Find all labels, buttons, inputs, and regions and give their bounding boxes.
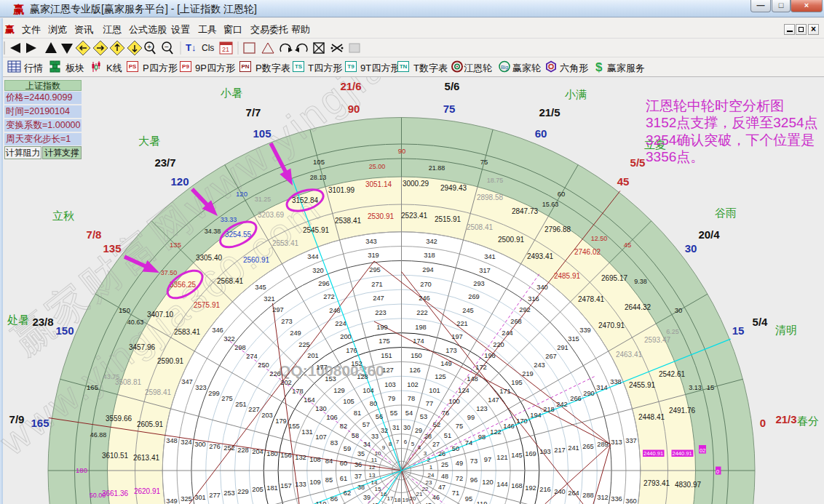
- svg-text:106: 106: [326, 414, 338, 421]
- svg-text:156: 156: [280, 452, 292, 459]
- svg-text:342: 342: [426, 238, 437, 245]
- svg-text:325: 325: [181, 495, 192, 503]
- svg-text:2478.41: 2478.41: [578, 295, 605, 303]
- svg-text:60: 60: [535, 127, 547, 140]
- svg-text:3000.29: 3000.29: [403, 180, 429, 188]
- svg-text:297: 297: [272, 306, 284, 313]
- svg-text:2545.91: 2545.91: [303, 226, 330, 234]
- svg-text:25: 25: [441, 461, 448, 468]
- svg-text:269: 269: [468, 293, 480, 300]
- svg-text:79: 79: [388, 395, 395, 402]
- svg-text:14: 14: [371, 479, 378, 486]
- svg-text:48: 48: [441, 473, 448, 480]
- svg-text:37.50: 37.50: [161, 269, 178, 276]
- svg-text:227: 227: [248, 406, 260, 413]
- svg-text:3559.66: 3559.66: [106, 415, 132, 423]
- svg-text:2440.91: 2440.91: [673, 450, 692, 457]
- svg-text:2530.91: 2530.91: [368, 212, 395, 220]
- svg-text:252: 252: [223, 444, 235, 452]
- svg-text:5: 5: [411, 441, 415, 447]
- svg-text:226: 226: [269, 370, 281, 377]
- svg-text:17: 17: [387, 495, 394, 502]
- svg-text:99: 99: [467, 414, 475, 421]
- svg-text:135: 135: [103, 242, 121, 255]
- svg-text:47: 47: [438, 484, 445, 491]
- svg-text:104: 104: [363, 387, 374, 394]
- svg-text:225: 225: [298, 341, 310, 348]
- svg-text:264: 264: [568, 489, 579, 497]
- svg-text:2598.41: 2598.41: [145, 388, 172, 396]
- svg-text:176: 176: [346, 347, 357, 354]
- svg-text:130: 130: [315, 405, 327, 412]
- svg-text:小暑: 小暑: [220, 87, 242, 99]
- svg-text:299: 299: [208, 390, 220, 397]
- svg-text:7/7: 7/7: [246, 106, 261, 119]
- svg-text:152: 152: [351, 360, 363, 367]
- svg-text:86: 86: [330, 495, 338, 503]
- svg-text:251: 251: [235, 401, 247, 408]
- svg-text:2493.41: 2493.41: [527, 252, 554, 260]
- svg-text:$: $: [595, 60, 603, 74]
- svg-text:清明: 清明: [775, 324, 797, 336]
- svg-text:144: 144: [496, 481, 508, 488]
- svg-text:59: 59: [344, 445, 351, 452]
- svg-text:203: 203: [261, 412, 273, 419]
- svg-text:34: 34: [363, 441, 371, 448]
- svg-text:249: 249: [290, 329, 301, 337]
- svg-text:196: 196: [484, 352, 496, 359]
- svg-text:81: 81: [354, 409, 361, 417]
- svg-text:120: 120: [482, 479, 494, 486]
- svg-text:2500.91: 2500.91: [498, 236, 525, 244]
- svg-text:337: 337: [625, 437, 637, 444]
- svg-text:135: 135: [170, 241, 181, 249]
- svg-text:21.88: 21.88: [429, 164, 445, 172]
- svg-text:78: 78: [408, 395, 415, 402]
- svg-text:15: 15: [707, 383, 715, 391]
- svg-text:2560.91: 2560.91: [243, 256, 270, 264]
- svg-text:250: 250: [258, 361, 269, 369]
- svg-text:132: 132: [295, 454, 306, 461]
- svg-text:76: 76: [442, 409, 449, 417]
- svg-text:18.75: 18.75: [487, 177, 504, 184]
- svg-text:317: 317: [479, 267, 491, 274]
- svg-text:220: 220: [493, 341, 504, 348]
- svg-text:338: 338: [610, 378, 622, 385]
- svg-text:30: 30: [685, 242, 697, 255]
- svg-text:150: 150: [411, 352, 422, 359]
- svg-text:145: 145: [511, 452, 523, 459]
- svg-text:2593.47: 2593.47: [644, 336, 671, 344]
- svg-text:26: 26: [438, 450, 445, 457]
- svg-text:51: 51: [444, 432, 451, 439]
- svg-text:9.38: 9.38: [634, 278, 647, 285]
- svg-text:2644.32: 2644.32: [625, 303, 651, 311]
- svg-text:Cls: Cls: [202, 43, 214, 53]
- svg-text:319: 319: [368, 252, 379, 259]
- svg-text:294: 294: [422, 266, 434, 273]
- svg-text:318: 318: [424, 252, 435, 259]
- svg-text:11: 11: [371, 457, 378, 463]
- svg-text:2491.76: 2491.76: [669, 407, 696, 415]
- svg-text:295: 295: [369, 266, 381, 273]
- svg-text:101: 101: [429, 387, 440, 394]
- svg-text:46.88: 46.88: [90, 431, 107, 439]
- svg-text:180: 180: [266, 450, 278, 457]
- svg-text:谷雨: 谷雨: [715, 207, 737, 219]
- svg-text:2542.61: 2542.61: [659, 370, 686, 378]
- svg-text:265: 265: [582, 443, 594, 450]
- svg-text:45: 45: [617, 175, 630, 188]
- svg-text:2538.41: 2538.41: [335, 217, 362, 225]
- svg-text:173: 173: [445, 347, 457, 354]
- svg-text:7/8: 7/8: [87, 228, 102, 241]
- svg-text:3356点。: 3356点。: [646, 149, 704, 164]
- svg-text:45: 45: [624, 241, 632, 249]
- svg-text:244: 244: [502, 329, 513, 337]
- svg-text:347: 347: [181, 378, 193, 385]
- svg-text:201: 201: [307, 352, 319, 359]
- svg-text:200: 200: [340, 333, 352, 340]
- svg-text:344: 344: [307, 253, 319, 260]
- svg-text:大暑: 大暑: [138, 135, 160, 147]
- svg-text:123: 123: [476, 405, 488, 412]
- svg-text:2583.41: 2583.41: [174, 328, 201, 336]
- svg-text:2590.91: 2590.91: [157, 357, 184, 365]
- svg-text:55: 55: [390, 409, 397, 417]
